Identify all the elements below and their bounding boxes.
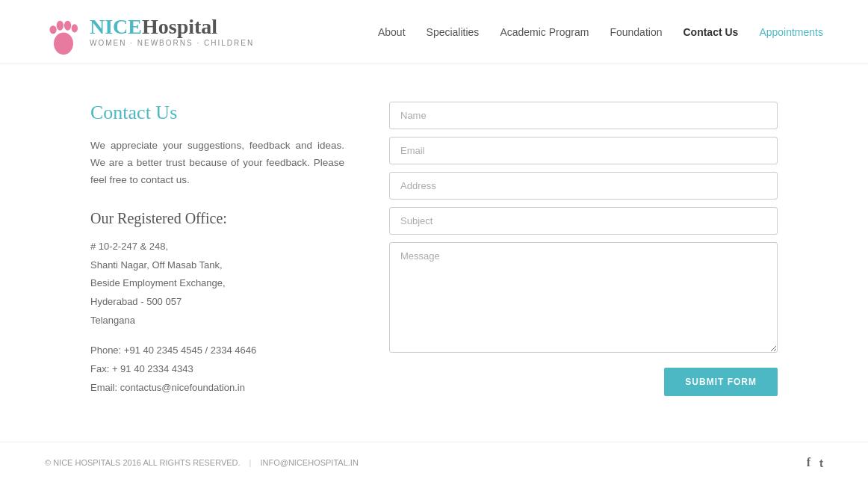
office-heading: Our Registered Office: <box>90 210 344 227</box>
subject-input[interactable] <box>389 207 778 235</box>
copyright: © NICE HOSPITALS 2016 ALL RIGHTS RESERVE… <box>45 458 241 467</box>
logo-hospital: Hospital <box>142 15 217 38</box>
site-footer: © NICE HOSPITALS 2016 ALL RIGHTS RESERVE… <box>0 442 868 483</box>
contact-info: Phone: +91 40 2345 4545 / 2334 4646 Fax:… <box>90 342 344 397</box>
email: Email: contactus@nicefoundation.in <box>90 379 344 398</box>
fax: Fax: + 91 40 2334 4343 <box>90 360 344 379</box>
nav-foundation[interactable]: Foundation <box>610 26 662 38</box>
address-line3: Beside Employment Exchange, <box>90 274 344 293</box>
contact-layout: Contact Us We appreciate your suggestion… <box>90 102 778 397</box>
nav-academic-program[interactable]: Academic Program <box>500 26 589 38</box>
address-line1: # 10-2-247 & 248, <box>90 238 344 256</box>
main-content: Contact Us We appreciate your suggestion… <box>75 64 793 442</box>
submit-button[interactable]: SUBMIT FORM <box>664 368 778 396</box>
contact-form-column: SUBMIT FORM <box>389 102 778 396</box>
intro-text: We appreciate your suggestions, feedback… <box>90 138 344 189</box>
svg-point-1 <box>49 25 56 34</box>
email-input[interactable] <box>389 137 778 164</box>
logo-nice: NICE <box>90 15 142 38</box>
address-input[interactable] <box>389 172 778 200</box>
message-input[interactable] <box>389 242 778 353</box>
nav-specialities[interactable]: Specialities <box>427 26 480 38</box>
footer-email[interactable]: INFO@NICEHOSPITAL.IN <box>260 458 358 467</box>
nav-about[interactable]: About <box>378 26 406 38</box>
address-line5: Telangana <box>90 312 344 330</box>
svg-point-3 <box>64 21 71 31</box>
facebook-icon[interactable]: f <box>807 456 810 469</box>
phone: Phone: +91 40 2345 4545 / 2334 4646 <box>90 342 344 360</box>
address-line2: Shanti Nagar, Off Masab Tank, <box>90 256 344 275</box>
svg-point-4 <box>72 24 78 32</box>
logo: NICEHospital WOMEN · NEWBORNS · CHILDREN <box>45 7 254 56</box>
site-header: NICEHospital WOMEN · NEWBORNS · CHILDREN… <box>0 0 868 64</box>
main-nav: About Specialities Academic Program Foun… <box>378 26 823 38</box>
footer-social: f t <box>807 456 823 469</box>
twitter-icon[interactable]: t <box>819 457 823 469</box>
name-input[interactable] <box>389 102 778 129</box>
logo-icon <box>45 7 82 56</box>
logo-tagline: WOMEN · NEWBORNS · CHILDREN <box>90 39 254 47</box>
contact-info-column: Contact Us We appreciate your suggestion… <box>90 102 344 397</box>
svg-point-0 <box>54 32 73 55</box>
footer-left: © NICE HOSPITALS 2016 ALL RIGHTS RESERVE… <box>45 458 359 467</box>
footer-divider: | <box>249 458 252 467</box>
nav-appointments[interactable]: Appointments <box>759 26 823 38</box>
address-block: # 10-2-247 & 248, Shanti Nagar, Off Masa… <box>90 238 344 398</box>
logo-text: NICEHospital WOMEN · NEWBORNS · CHILDREN <box>90 16 254 47</box>
nav-contact-us[interactable]: Contact Us <box>683 26 738 38</box>
svg-point-2 <box>57 21 63 31</box>
page-title: Contact Us <box>90 102 344 124</box>
address-line4: Hyderabad - 500 057 <box>90 293 344 312</box>
